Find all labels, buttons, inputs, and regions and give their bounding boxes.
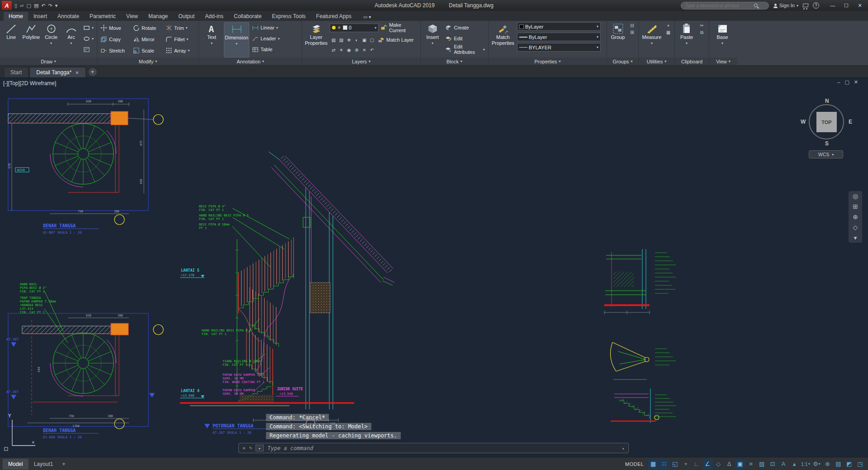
viewport-minimize-icon[interactable]: – [837, 79, 840, 85]
make-current-button[interactable]: Make Current [380, 22, 416, 33]
tab-collaborate[interactable]: Collaborate [229, 12, 266, 21]
layer-color-chip[interactable] [343, 25, 347, 30]
graphics-performance-toggle[interactable]: ◩ [844, 459, 854, 470]
annotation-scale-button[interactable]: 1:1▾ [800, 459, 811, 470]
add-layout-button[interactable]: + [58, 459, 69, 470]
autocad-logo-icon[interactable]: A [2, 1, 12, 10]
quick-properties-toggle[interactable]: ▤ [833, 459, 844, 470]
viewport-controls-label[interactable]: [-][Top][2D Wireframe] [3, 80, 56, 86]
dimension-button[interactable]: Dimension ▾ [224, 22, 249, 58]
layer-off-icon[interactable]: ◐ [353, 37, 360, 43]
move-button[interactable]: Move [99, 23, 132, 34]
leader-button[interactable]: Leader ▾ [251, 33, 299, 44]
wcs-menu[interactable]: WCS ▾ [809, 150, 843, 158]
zoom-icon[interactable]: ⊕ [853, 214, 858, 220]
ortho-mode-toggle[interactable]: ∟ [692, 459, 702, 470]
iso-drafting-toggle[interactable]: ◇ [713, 459, 724, 470]
qat-menu-icon[interactable]: ▾ [55, 3, 58, 9]
insert-button[interactable]: Insert ▾ [422, 22, 442, 58]
transparency-toggle[interactable]: ▨ [757, 459, 767, 470]
dynamic-input-toggle[interactable]: + [681, 459, 691, 470]
layer-on-all-icon[interactable]: ◉ [345, 47, 353, 53]
file-tab-start[interactable]: Start [4, 67, 28, 77]
edit-attributes-button[interactable]: A Edit Attributes ▾ [444, 44, 486, 55]
tab-output[interactable]: Output [173, 12, 199, 21]
panel-label-layers[interactable]: Layers▾ [302, 58, 420, 65]
panel-label-view[interactable]: View▾ [709, 58, 737, 65]
layer-unlock-icon[interactable]: ▢ [368, 37, 376, 43]
rectangle-button[interactable]: ▾ [82, 22, 95, 33]
arc-button[interactable]: Arc ▾ [62, 22, 81, 58]
search-icon[interactable] [754, 4, 758, 7]
polyline-button[interactable]: Polyline [22, 22, 40, 58]
panel-label-block[interactable]: Block▾ [421, 58, 488, 65]
selection-cycling-toggle[interactable]: ⊡ [768, 459, 778, 470]
layout1-tab[interactable]: Layout1 [28, 459, 59, 470]
match-properties-button[interactable]: Match Properties [490, 22, 516, 58]
group-edit-icon[interactable]: ⊞ [628, 29, 636, 36]
edit-block-button[interactable]: Edit [444, 33, 486, 44]
drawing-canvas[interactable]: 650 300 875 450 670 750 300 W228 [0, 78, 868, 457]
copy-button[interactable]: Copy [99, 34, 132, 45]
viewport-close-icon[interactable]: ✕ [854, 79, 858, 85]
layer-dropdown[interactable]: ☀ 0 ▾ [330, 24, 379, 32]
ellipse-button[interactable]: ▾ [82, 33, 95, 44]
paste-button[interactable]: Paste ▾ [677, 22, 697, 58]
scale-button[interactable]: Scale [132, 45, 164, 56]
maximize-button[interactable]: ☐ [840, 1, 853, 10]
command-input[interactable]: Type a command [267, 445, 618, 451]
command-line[interactable]: ✕ ✎ ▸ Type a command ▴ [238, 443, 629, 453]
panel-label-groups[interactable]: Groups▾ [607, 58, 638, 65]
mirror-button[interactable]: Mirror [132, 34, 164, 45]
hatch-button[interactable] [82, 44, 95, 55]
help-icon[interactable]: ? [813, 2, 819, 9]
match-layer-button[interactable]: Match Layer [378, 34, 414, 45]
ribbon-display-toggle-icon[interactable]: ▭ ▾ [360, 13, 374, 21]
cut-icon[interactable]: ✂ [698, 22, 706, 29]
layer-unisolate-icon[interactable]: ▨ [337, 37, 345, 43]
base-button[interactable]: Base ▾ [711, 22, 734, 58]
viewport-restore-icon[interactable]: ▢ [844, 79, 849, 85]
linetype-dropdown[interactable]: BYLAYER ▾ [517, 43, 601, 52]
layer-delete-icon[interactable]: ✕ [360, 47, 368, 53]
linear-button[interactable]: Linear ▾ [251, 22, 299, 33]
viewcube-top-face[interactable]: TOP [816, 112, 837, 132]
help-search[interactable] [681, 2, 769, 10]
new-file-icon[interactable]: ▯ [14, 3, 17, 9]
workspace-switching-button[interactable]: ⚙▾ [811, 459, 822, 470]
close-tab-icon[interactable]: ✕ [75, 70, 79, 75]
clean-screen-toggle[interactable]: ◳ [855, 459, 865, 470]
compass-west-label[interactable]: W [801, 119, 806, 125]
text-button[interactable]: A Text ▾ [201, 22, 223, 58]
minimize-button[interactable]: — [826, 1, 839, 10]
command-expand-icon[interactable]: ▴ [622, 446, 625, 451]
app-store-cart-icon[interactable] [802, 4, 808, 7]
panel-label-clipboard[interactable]: Clipboard [675, 58, 709, 65]
panel-label-draw[interactable]: Draw▾ [0, 58, 97, 65]
navbar-more-icon[interactable]: ▾ [854, 235, 857, 241]
open-file-icon[interactable]: ▱ [20, 3, 24, 9]
file-tab-document[interactable]: Detail Tangga* ✕ [29, 67, 85, 77]
panel-label-properties[interactable]: Properties▾ [489, 58, 607, 65]
tab-view[interactable]: View [121, 12, 143, 21]
annotation-monitor-toggle[interactable]: ⊕ [822, 459, 833, 470]
tab-insert[interactable]: Insert [28, 12, 52, 21]
tab-parametric[interactable]: Parametric [85, 12, 121, 21]
sign-in-button[interactable]: Sign In ▾ [773, 3, 798, 8]
layer-lock-icon[interactable]: ▣ [360, 37, 368, 43]
command-close-icon[interactable]: ✕ [242, 445, 246, 451]
layer-merge-icon[interactable]: ⊕ [353, 47, 360, 53]
panel-label-utilities[interactable]: Utilities▾ [639, 58, 674, 65]
autoscale-toggle[interactable]: ▴ [789, 459, 800, 470]
layer-thaw-icon[interactable]: ☀ [337, 47, 345, 53]
undo-icon[interactable]: ↶ [41, 3, 45, 9]
panel-label-annotation[interactable]: Annotation▾ [199, 58, 302, 65]
layer-properties-button[interactable]: Layer Properties [304, 22, 328, 58]
new-drawing-button[interactable]: + [89, 68, 97, 76]
create-block-button[interactable]: Create [444, 22, 486, 33]
rotate-button[interactable]: Rotate [132, 23, 164, 34]
tab-home[interactable]: Home [4, 12, 28, 21]
table-button[interactable]: Table [251, 44, 299, 55]
tab-annotate[interactable]: Annotate [52, 12, 84, 21]
viewcube[interactable]: TOP N S W E [804, 100, 849, 145]
